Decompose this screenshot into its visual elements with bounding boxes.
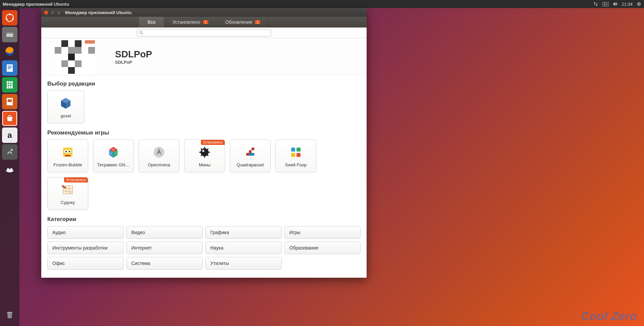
maximize-button[interactable]	[57, 10, 61, 15]
svg-rect-45	[291, 153, 295, 157]
svg-point-2	[9, 14, 11, 15]
firefox-icon[interactable]	[2, 44, 17, 59]
svg-rect-11	[8, 68, 10, 69]
svg-rect-41	[249, 150, 252, 153]
search-bar	[41, 28, 367, 38]
app-card-label: Тетравекс GN…	[93, 162, 133, 167]
category-button[interactable]: Аудио	[47, 226, 124, 239]
app-card-label: Quadrapassel	[230, 162, 270, 167]
app-card-label: Судоку	[48, 200, 88, 205]
svg-point-0	[638, 3, 640, 5]
impress-icon[interactable]	[2, 94, 17, 109]
categories-section: Категории АудиоВидеоГрафикаИгрыИнструмен…	[41, 211, 367, 271]
app-card-label: Мины	[184, 162, 225, 167]
svg-point-26	[69, 151, 70, 152]
svg-point-4	[12, 18, 14, 20]
svg-point-17	[7, 168, 9, 170]
svg-rect-40	[252, 153, 254, 156]
installed-badge: Установлено	[64, 177, 88, 182]
svg-rect-19	[7, 312, 12, 313]
svg-rect-9	[8, 66, 12, 66]
app-card[interactable]: Quadrapassel	[230, 140, 271, 172]
app-icon[interactable]	[2, 161, 17, 176]
gear-icon[interactable]	[637, 2, 641, 6]
featured-app-subtitle: SDLPoP	[115, 60, 152, 65]
goxel-icon	[58, 96, 73, 111]
topbar-title: Менеджер приложений Ubuntu	[3, 2, 69, 7]
app-icon	[243, 145, 258, 160]
app-icon	[197, 145, 212, 160]
app-card-goxel[interactable]: goxel	[47, 91, 84, 123]
svg-text:5: 5	[115, 152, 116, 155]
app-card-label: goxel	[48, 113, 84, 118]
app-card[interactable]: УстановленоМины	[184, 140, 225, 172]
svg-rect-38	[246, 153, 249, 156]
search-box[interactable]	[137, 29, 271, 37]
svg-rect-12	[7, 81, 13, 89]
files-icon[interactable]	[2, 27, 17, 42]
category-button[interactable]: Графика	[205, 226, 282, 239]
tab-installed[interactable]: Установлено1	[164, 17, 217, 28]
featured-app-icon	[55, 40, 95, 74]
settings-icon[interactable]	[2, 144, 17, 160]
app-card-label: Frozen-Bubble	[48, 162, 88, 167]
category-button[interactable]: Утилиты	[205, 257, 282, 270]
app-card-label: OpenArena	[139, 162, 179, 167]
app-card[interactable]: 625Тетравекс GN…	[93, 140, 134, 172]
svg-point-16	[6, 169, 13, 172]
svg-rect-14	[8, 99, 12, 102]
software-center-icon[interactable]	[2, 111, 17, 126]
category-button[interactable]: Интернет	[126, 241, 203, 254]
category-button[interactable]: Инструменты разработки	[47, 241, 124, 254]
watermark: Cool Zero	[581, 310, 637, 323]
svg-text:2: 2	[110, 152, 112, 155]
svg-rect-42	[252, 148, 254, 150]
app-card-label: Swell Foop	[276, 162, 316, 167]
app-icon	[152, 145, 166, 160]
svg-point-37	[202, 150, 204, 152]
tab-all[interactable]: Все	[139, 17, 164, 28]
category-button[interactable]: Образование	[284, 241, 361, 254]
sound-icon[interactable]	[613, 2, 618, 6]
dash-icon[interactable]	[2, 10, 17, 25]
app-card[interactable]: OpenArena	[139, 140, 179, 172]
app-card[interactable]: Установлено49Судоку	[47, 177, 88, 210]
svg-point-20	[140, 31, 142, 34]
svg-point-18	[10, 168, 12, 170]
amazon-icon[interactable]: a	[2, 127, 17, 143]
featured-app-title: SDLPoP	[115, 49, 152, 60]
writer-icon[interactable]	[2, 60, 17, 76]
app-icon: 625	[106, 145, 121, 160]
tab-updates[interactable]: Обновления1	[217, 17, 269, 28]
categories-heading: Категории	[47, 216, 361, 223]
category-button[interactable]: Видео	[126, 226, 203, 239]
network-icon[interactable]	[593, 2, 598, 6]
svg-point-25	[65, 151, 67, 152]
search-input[interactable]	[143, 31, 269, 35]
app-card[interactable]: Swell Foop	[275, 140, 316, 172]
editors-pick-section: Выбор редакции goxel	[41, 76, 367, 125]
system-topbar: Менеджер приложений Ubuntu En 21:34	[0, 0, 644, 8]
app-card[interactable]: Frozen-Bubble	[47, 140, 88, 172]
svg-rect-6	[6, 33, 13, 34]
keyboard-layout-indicator[interactable]: En	[602, 2, 609, 6]
category-button[interactable]: Офис	[47, 257, 124, 270]
category-button[interactable]: Система	[126, 257, 203, 270]
calc-icon[interactable]	[2, 77, 17, 93]
svg-rect-43	[291, 148, 295, 152]
svg-rect-27	[65, 155, 70, 156]
badge-updates: 1	[255, 20, 260, 24]
svg-rect-8	[7, 64, 13, 72]
close-button[interactable]	[44, 10, 48, 15]
featured-banner[interactable]: SDLPoP SDLPoP	[41, 38, 367, 76]
minimize-button[interactable]	[50, 10, 55, 15]
svg-point-15	[11, 149, 13, 151]
clock[interactable]: 21:34	[622, 2, 633, 7]
category-button[interactable]: Игры	[284, 226, 361, 239]
main-tabs: Все Установлено1 Обновления1	[41, 17, 367, 28]
window-titlebar[interactable]: Менеджер приложений Ubuntu	[41, 8, 367, 17]
category-button[interactable]: Наука	[205, 241, 282, 254]
search-icon	[139, 31, 143, 35]
window-title: Менеджер приложений Ubuntu	[65, 10, 131, 15]
trash-icon[interactable]	[2, 307, 17, 323]
